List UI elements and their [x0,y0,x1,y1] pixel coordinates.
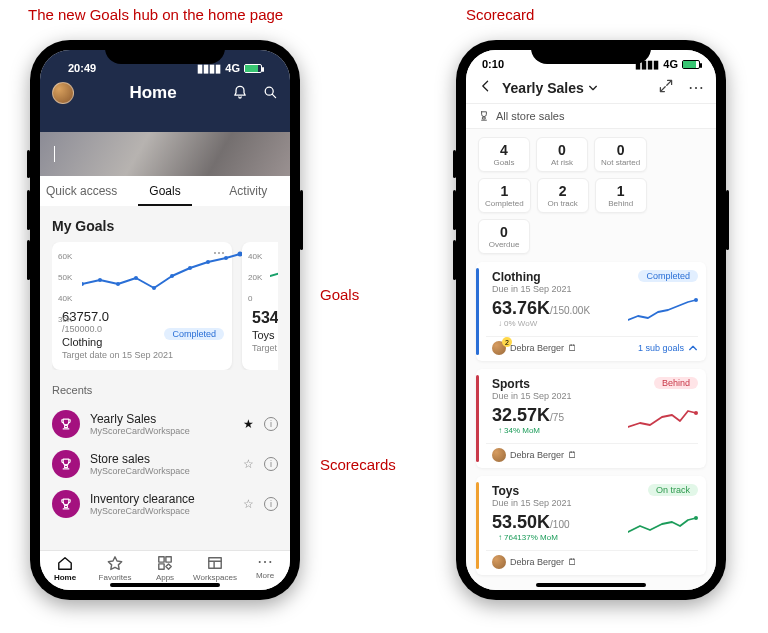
status-time: 20:49 [68,62,96,74]
y-axis: 60K 50K 40K 30K [58,252,72,324]
chip-goals[interactable]: 4Goals [478,137,530,172]
goal-target: /75 [550,412,564,423]
goal-owner[interactable]: Debra Berger 🗒 [492,555,577,569]
goal-card-clothing[interactable]: ⋯ 60K 50K 40K 30K 63757.0 /150000.0 Clot… [52,242,232,370]
more-icon[interactable]: ⋯ [688,78,704,97]
breadcrumb[interactable]: All store sales [466,104,716,129]
page-title: Home [74,83,232,103]
recent-item[interactable]: Store salesMyScoreCardWorkspace ☆i [52,444,278,484]
goal-value: 63.76K [492,298,550,318]
arrow-down-icon: ↓ [498,319,502,328]
annot-scorecards: Scorecards [320,456,396,473]
status-bar-color [476,268,479,355]
chip-completed[interactable]: 1Completed [478,178,531,213]
goal-target: /100 [550,519,569,530]
note-icon: 🗒 [568,343,577,353]
more-icon[interactable]: ⋯ [213,246,226,260]
goal-row-clothing[interactable]: Clothing Due in 15 Sep 2021 Completed 63… [476,262,706,361]
svg-point-5 [152,286,156,290]
goal-value: 534 [252,309,278,327]
goals-carousel[interactable]: ⋯ 60K 50K 40K 30K 63757.0 /150000.0 Clot… [52,242,278,370]
back-icon[interactable] [478,78,494,97]
signal-icon: ▮▮▮▮ [197,62,221,75]
goal-row-sports[interactable]: Sports Due in 15 Sep 2021 Behind 32.57K/… [476,369,706,468]
recent-title: Yearly Sales [90,412,233,426]
status-badge: On track [648,484,698,496]
avatar[interactable] [52,82,74,104]
chevron-up-icon [688,343,698,353]
recent-item[interactable]: Yearly SalesMyScoreCardWorkspace ★i [52,404,278,444]
tab-activity[interactable]: Activity [207,176,290,206]
status-bar-color [476,482,479,569]
goal-due: Due in 15 Sep 2021 [492,498,572,508]
status-badge: Completed [164,328,224,340]
trophy-icon [52,490,80,518]
scorecard-title[interactable]: Yearly Sales [502,80,650,96]
svg-rect-15 [209,558,221,569]
recent-item[interactable]: Inventory clearanceMyScoreCardWorkspace … [52,484,278,524]
tab-quick-access[interactable]: Quick access [40,176,123,206]
recent-workspace: MyScoreCardWorkspace [90,426,233,436]
chip-overdue[interactable]: 0Overdue [478,219,530,254]
avatar [492,555,506,569]
sparkline [628,298,698,328]
status-chips: 4Goals 0At risk 0Not started 1Completed … [466,129,716,256]
nav-home[interactable]: Home [40,555,90,582]
info-icon[interactable]: i [264,417,278,431]
hero-banner[interactable] [40,132,290,176]
home-indicator [536,583,646,587]
recents-heading: Recents [52,384,278,396]
svg-rect-13 [166,557,171,562]
star-icon[interactable]: ☆ [243,497,254,511]
chevron-down-icon [588,83,598,93]
info-icon[interactable]: i [264,497,278,511]
goal-name: Toys [492,484,572,498]
trophy-icon [52,410,80,438]
goal-due: Due in 15 Sep 2021 [492,284,572,294]
bell-icon[interactable] [232,84,248,103]
star-icon[interactable]: ★ [243,417,254,431]
network-label: 4G [225,62,240,74]
section-my-goals: My Goals [52,218,278,234]
svg-rect-14 [159,564,164,569]
svg-point-4 [134,276,138,280]
nav-workspaces[interactable]: Workspaces [190,555,240,582]
status-time: 0:10 [482,58,504,70]
goal-name: Clothing [492,270,572,284]
goal-owner[interactable]: Debra Berger 🗒 [492,341,577,355]
status-bar: 20:49 ▮▮▮▮ 4G [52,54,278,78]
chip-at-risk[interactable]: 0At risk [536,137,588,172]
goal-target: /150.00K [550,305,590,316]
expand-icon[interactable] [658,78,674,97]
goal-delta: ↑34% MoM [492,426,620,435]
goal-owner[interactable]: Debra Berger 🗒 [492,448,577,462]
avatar [492,448,506,462]
search-icon[interactable] [262,84,278,103]
nav-more[interactable]: ⋯More [240,555,290,582]
goal-row-toys[interactable]: Toys Due in 15 Sep 2021 On track 53.50K/… [476,476,706,575]
note-icon: 🗒 [568,557,577,567]
star-icon[interactable]: ☆ [243,457,254,471]
nav-favorites[interactable]: Favorites [90,555,140,582]
svg-point-7 [188,266,192,270]
chip-behind[interactable]: 1Behind [595,178,647,213]
nav-apps[interactable]: Apps [140,555,190,582]
chip-on-track[interactable]: 2On track [537,178,589,213]
svg-point-8 [206,260,210,264]
svg-point-6 [170,274,174,278]
info-icon[interactable]: i [264,457,278,471]
svg-point-18 [694,516,698,520]
status-bar-color [476,375,479,462]
battery-icon [244,64,262,73]
arrow-up-icon: ↑ [498,533,502,542]
sparkline [270,250,278,302]
tab-goals[interactable]: Goals [123,176,206,206]
goal-name: Sports [492,377,572,391]
goal-delta: ↑764137% MoM [492,533,620,542]
goal-card-toys[interactable]: 40K 20K 0 534 Toys Target [242,242,278,370]
sub-goals-toggle[interactable]: 1 sub goals [638,343,698,353]
chip-not-started[interactable]: 0Not started [594,137,647,172]
annot-right-title: Scorecard [466,6,534,23]
status-badge: Completed [638,270,698,282]
goal-delta: ↓0% WoW [492,319,620,328]
